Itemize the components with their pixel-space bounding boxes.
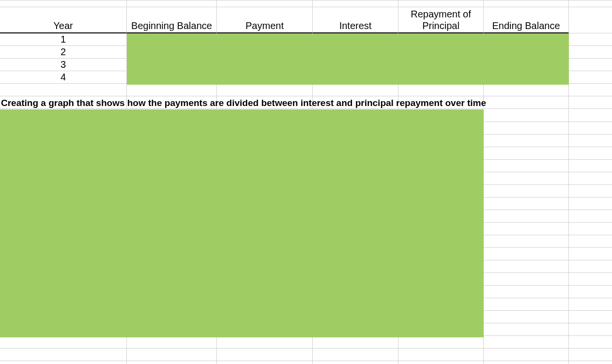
cell-empty[interactable] xyxy=(569,122,612,135)
header-payment-label: Payment xyxy=(245,20,284,31)
cell-empty[interactable] xyxy=(569,147,612,160)
cell-empty[interactable] xyxy=(569,135,612,147)
cell-empty[interactable] xyxy=(484,248,569,260)
year-2-cell[interactable]: 2 xyxy=(0,46,127,59)
header-year-label: Year xyxy=(53,20,73,31)
cell-empty[interactable] xyxy=(313,349,398,361)
cell-empty[interactable] xyxy=(569,172,612,185)
cell-empty[interactable] xyxy=(484,0,569,7)
cell-empty[interactable] xyxy=(217,84,313,96)
cell-empty[interactable] xyxy=(0,361,127,364)
header-beginning-balance-label: Beginning Balance xyxy=(131,20,212,31)
cell-empty[interactable] xyxy=(569,96,612,109)
cell-empty[interactable] xyxy=(0,0,127,7)
cell-empty[interactable] xyxy=(484,197,569,210)
cell-empty[interactable] xyxy=(484,185,569,197)
cell-empty[interactable] xyxy=(569,46,612,59)
cell-empty[interactable] xyxy=(569,109,612,122)
cell-empty[interactable] xyxy=(569,361,612,364)
cell-empty[interactable] xyxy=(484,109,569,122)
year-3-cell[interactable]: 3 xyxy=(0,59,127,71)
cell-empty[interactable] xyxy=(484,160,569,172)
cell-empty[interactable] xyxy=(484,273,569,286)
cell-empty[interactable] xyxy=(569,160,612,172)
year-4-label: 4 xyxy=(61,72,66,83)
cell-empty[interactable] xyxy=(569,248,612,260)
header-year[interactable]: Year xyxy=(0,7,127,33)
header-payment[interactable]: Payment xyxy=(217,7,313,33)
year-1-cell[interactable]: 1 xyxy=(0,33,127,46)
cell-empty[interactable] xyxy=(569,323,612,336)
highlighted-data-region[interactable] xyxy=(127,34,569,85)
cell-empty[interactable] xyxy=(313,84,398,96)
highlighted-graph-region[interactable] xyxy=(0,109,484,337)
cell-empty[interactable] xyxy=(569,273,612,286)
cell-empty[interactable] xyxy=(569,33,612,46)
description-text: Creating a graph that shows how the paym… xyxy=(1,98,486,108)
header-ending-balance-label: Ending Balance xyxy=(492,20,560,31)
year-1-label: 1 xyxy=(61,34,66,45)
cell-empty[interactable] xyxy=(569,71,612,84)
cell-empty[interactable] xyxy=(484,311,569,323)
cell-empty[interactable] xyxy=(217,349,313,361)
cell-empty[interactable] xyxy=(569,298,612,311)
cell-empty[interactable] xyxy=(484,210,569,223)
cell-empty[interactable] xyxy=(569,311,612,323)
cell-empty[interactable] xyxy=(313,361,398,364)
cell-empty[interactable] xyxy=(0,84,127,96)
cell-empty[interactable] xyxy=(127,0,217,7)
cell-empty[interactable] xyxy=(313,0,398,7)
cell-empty[interactable] xyxy=(569,0,612,7)
cell-empty[interactable] xyxy=(484,96,569,109)
cell-empty[interactable] xyxy=(569,185,612,197)
cell-empty[interactable] xyxy=(127,336,217,349)
header-repayment-principal[interactable]: Repayment of Principal xyxy=(398,7,484,33)
cell-empty[interactable] xyxy=(217,361,313,364)
cell-empty[interactable] xyxy=(569,235,612,248)
cell-empty[interactable] xyxy=(569,84,612,96)
cell-empty[interactable] xyxy=(484,223,569,235)
header-repayment-principal-label: Repayment of Principal xyxy=(398,8,483,31)
cell-empty[interactable] xyxy=(569,197,612,210)
cell-empty[interactable] xyxy=(398,349,484,361)
cell-empty[interactable] xyxy=(398,0,484,7)
cell-empty[interactable] xyxy=(569,260,612,273)
cell-empty[interactable] xyxy=(569,349,612,361)
cell-empty[interactable] xyxy=(484,323,569,336)
cell-empty[interactable] xyxy=(484,298,569,311)
cell-empty[interactable] xyxy=(484,336,569,349)
header-beginning-balance[interactable]: Beginning Balance xyxy=(127,7,217,33)
cell-empty[interactable] xyxy=(484,135,569,147)
cell-empty[interactable] xyxy=(217,336,313,349)
cell-empty[interactable] xyxy=(569,286,612,298)
cell-empty[interactable] xyxy=(569,59,612,71)
cell-empty[interactable] xyxy=(398,84,484,96)
cell-empty[interactable] xyxy=(127,84,217,96)
cell-empty[interactable] xyxy=(0,349,127,361)
cell-empty[interactable] xyxy=(484,286,569,298)
cell-empty[interactable] xyxy=(569,210,612,223)
cell-empty[interactable] xyxy=(398,336,484,349)
year-4-cell[interactable]: 4 xyxy=(0,71,127,84)
cell-empty[interactable] xyxy=(484,172,569,185)
cell-empty[interactable] xyxy=(398,361,484,364)
header-interest-label: Interest xyxy=(339,20,372,31)
cell-empty[interactable] xyxy=(569,223,612,235)
header-interest[interactable]: Interest xyxy=(313,7,398,33)
cell-empty[interactable] xyxy=(313,336,398,349)
cell-empty[interactable] xyxy=(217,0,313,7)
cell-empty[interactable] xyxy=(484,235,569,248)
cell-empty[interactable] xyxy=(484,260,569,273)
cell-empty[interactable] xyxy=(484,361,569,364)
cell-empty[interactable] xyxy=(484,147,569,160)
header-ending-balance[interactable]: Ending Balance xyxy=(484,7,569,33)
cell-empty[interactable] xyxy=(569,7,612,33)
cell-empty[interactable] xyxy=(127,349,217,361)
cell-empty[interactable] xyxy=(484,84,569,96)
cell-empty[interactable] xyxy=(484,349,569,361)
year-2-label: 2 xyxy=(61,46,66,58)
cell-empty[interactable] xyxy=(127,361,217,364)
cell-empty[interactable] xyxy=(484,122,569,135)
cell-empty[interactable] xyxy=(0,336,127,349)
cell-empty[interactable] xyxy=(569,336,612,349)
